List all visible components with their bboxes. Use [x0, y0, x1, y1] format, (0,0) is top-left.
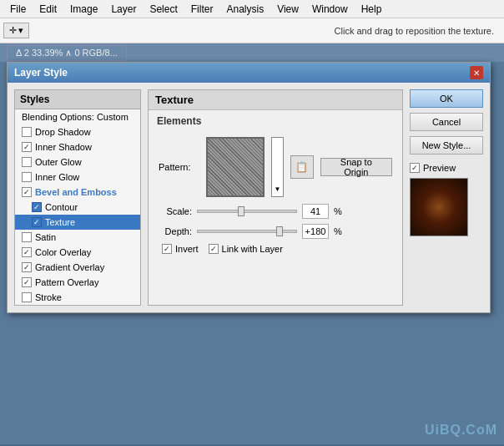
gradient-overlay-checkbox[interactable] — [22, 262, 32, 272]
menu-filter[interactable]: Filter — [184, 2, 220, 17]
scale-value[interactable]: 41 — [302, 204, 329, 219]
pattern-label: Pattern: — [159, 162, 199, 172]
style-color-overlay[interactable]: Color Overlay — [15, 245, 140, 260]
inner-glow-checkbox[interactable] — [22, 172, 32, 182]
scale-label: Scale: — [159, 206, 192, 216]
canvas-tab[interactable]: Δ 2 33.39% ∧ 0 RGB/8... — [7, 45, 127, 61]
inner-glow-label: Inner Glow — [35, 172, 79, 182]
texture-checkbox[interactable] — [32, 217, 42, 227]
menu-view[interactable]: View — [270, 2, 305, 17]
invert-label[interactable]: Invert — [162, 244, 199, 254]
menu-window[interactable]: Window — [305, 2, 355, 17]
link-layer-checkbox[interactable] — [209, 244, 219, 254]
scale-thumb[interactable] — [238, 206, 244, 216]
depth-slider[interactable] — [197, 230, 297, 233]
inner-shadow-checkbox[interactable] — [22, 142, 32, 152]
stroke-label: Stroke — [35, 292, 62, 302]
style-inner-glow[interactable]: Inner Glow — [15, 170, 140, 185]
move-icon: ✛ — [9, 25, 17, 36]
styles-panel-header: Styles — [15, 90, 140, 109]
scale-slider[interactable] — [197, 210, 297, 213]
pattern-dropdown-button[interactable]: ▼ — [271, 137, 285, 197]
dialog-title: Layer Style — [14, 67, 68, 79]
color-overlay-checkbox[interactable] — [22, 247, 32, 257]
style-bevel-emboss[interactable]: Bevel and Emboss — [15, 185, 140, 200]
cancel-button[interactable]: Cancel — [410, 113, 483, 131]
depth-value[interactable]: +180 — [302, 224, 329, 239]
menu-help[interactable]: Help — [355, 2, 389, 17]
ok-button[interactable]: OK — [410, 89, 483, 108]
menu-edit[interactable]: Edit — [33, 2, 63, 17]
texture-label: Texture — [45, 217, 75, 227]
pattern-preview-inner — [208, 139, 263, 195]
content-area: Texture Elements Pattern: ▼ — [148, 89, 483, 306]
style-satin[interactable]: Satin — [15, 230, 140, 245]
bevel-emboss-checkbox[interactable] — [22, 187, 32, 197]
blending-options-item[interactable]: Blending Options: Custom — [15, 109, 140, 124]
paste-icon: 📋 — [295, 161, 308, 173]
pattern-overlay-checkbox[interactable] — [22, 277, 32, 287]
style-outer-glow[interactable]: Outer Glow — [15, 155, 140, 170]
menu-analysis[interactable]: Analysis — [219, 2, 270, 17]
snap-to-origin-button[interactable]: Snap to Origin — [320, 158, 392, 176]
chevron-down-icon: ▼ — [275, 185, 281, 193]
drop-shadow-label: Drop Shadow — [35, 127, 91, 137]
style-stroke[interactable]: Stroke — [15, 290, 140, 305]
pattern-paste-button[interactable]: 📋 — [290, 155, 313, 179]
link-layer-text: Link with Layer — [222, 244, 283, 254]
menu-file[interactable]: File — [3, 2, 33, 17]
new-style-button[interactable]: New Style... — [410, 136, 483, 155]
outer-glow-label: Outer Glow — [35, 157, 82, 167]
toolbar-hint: Click and drag to reposition the texture… — [33, 26, 501, 36]
layer-style-dialog: Layer Style ✕ Styles Blending Options: C… — [7, 62, 491, 313]
preview-row: Preview — [410, 163, 483, 173]
preview-checkbox[interactable] — [410, 163, 420, 173]
menubar: File Edit Image Layer Select Filter Anal… — [0, 0, 504, 18]
dialog-titlebar: Layer Style ✕ — [8, 63, 490, 83]
gradient-overlay-label: Gradient Overlay — [35, 262, 104, 272]
pattern-overlay-label: Pattern Overlay — [35, 277, 98, 287]
panel-content: Pattern: ▼ 📋 Snap to Origin — [149, 130, 402, 261]
drop-shadow-checkbox[interactable] — [22, 127, 32, 137]
dialog-body: Styles Blending Options: Custom Drop Sha… — [8, 83, 490, 312]
move-tool-dropdown: ▾ — [18, 25, 23, 36]
preview-thumbnail — [410, 178, 468, 236]
invert-checkbox[interactable] — [162, 244, 172, 254]
styles-panel: Styles Blending Options: Custom Drop Sha… — [14, 89, 141, 306]
move-tool-button[interactable]: ✛ ▾ — [3, 23, 29, 38]
style-drop-shadow[interactable]: Drop Shadow — [15, 124, 140, 139]
stroke-checkbox[interactable] — [22, 292, 32, 302]
menu-image[interactable]: Image — [63, 2, 104, 17]
pattern-preview-box — [206, 137, 265, 197]
depth-label: Depth: — [159, 226, 192, 236]
scale-row: Scale: 41 % — [159, 204, 392, 219]
main-panel: Texture Elements Pattern: ▼ — [148, 89, 403, 306]
scale-unit: % — [334, 206, 342, 216]
style-inner-shadow[interactable]: Inner Shadow — [15, 139, 140, 155]
satin-checkbox[interactable] — [22, 232, 32, 242]
elements-section-title: Elements — [149, 110, 402, 130]
contour-checkbox[interactable] — [32, 202, 42, 212]
bevel-emboss-label: Bevel and Emboss — [35, 187, 117, 197]
style-pattern-overlay[interactable]: Pattern Overlay — [15, 275, 140, 290]
style-contour[interactable]: Contour — [15, 200, 140, 215]
depth-row: Depth: +180 % — [159, 224, 392, 239]
pattern-row: Pattern: ▼ 📋 Snap to Origin — [159, 137, 392, 197]
style-gradient-overlay[interactable]: Gradient Overlay — [15, 260, 140, 275]
canvas-tabbar: Δ 2 33.39% ∧ 0 RGB/8... — [0, 43, 504, 62]
options-row: Invert Link with Layer — [159, 244, 392, 254]
invert-text: Invert — [175, 244, 199, 254]
blending-options-label: Blending Options: Custom — [22, 112, 129, 122]
menu-layer[interactable]: Layer — [104, 2, 143, 17]
outer-glow-checkbox[interactable] — [22, 157, 32, 167]
panel-title: Texture — [149, 90, 402, 110]
style-texture[interactable]: Texture — [15, 215, 140, 230]
right-buttons: OK Cancel New Style... Preview — [410, 89, 483, 306]
menu-select[interactable]: Select — [143, 2, 184, 17]
dialog-close-button[interactable]: ✕ — [470, 66, 483, 79]
preview-thumb-inner — [411, 179, 467, 236]
depth-thumb[interactable] — [276, 226, 283, 236]
toolbar: ✛ ▾ Click and drag to reposition the tex… — [0, 18, 504, 43]
link-layer-label[interactable]: Link with Layer — [209, 244, 283, 254]
satin-label: Satin — [35, 232, 56, 242]
